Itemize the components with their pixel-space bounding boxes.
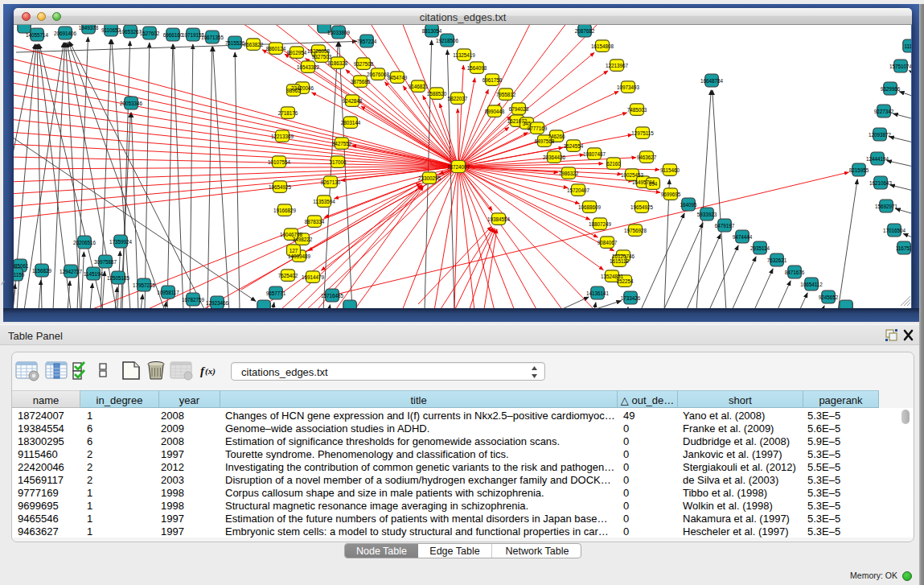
svg-text:10807487: 10807487: [583, 151, 606, 157]
svg-text:2803144: 2803144: [341, 120, 361, 126]
svg-text:10653267: 10653267: [119, 29, 142, 35]
svg-text:1112: 1112: [904, 43, 911, 49]
svg-text:2935114: 2935114: [750, 245, 770, 251]
svg-text:11353594: 11353594: [313, 199, 335, 204]
svg-text:11325419: 11325419: [453, 52, 475, 58]
svg-text:3498222: 3498222: [293, 237, 313, 242]
svg-text:1156829: 1156829: [32, 268, 52, 274]
svg-text:694: 694: [649, 181, 658, 187]
svg-text:1615112: 1615112: [610, 258, 630, 264]
svg-text:9777169: 9777169: [528, 126, 548, 131]
svg-text:10654112: 10654112: [800, 282, 823, 287]
svg-text:6479197: 6479197: [715, 223, 735, 229]
svg-text:7857224: 7857224: [357, 39, 377, 44]
svg-text:7986322: 7986322: [559, 171, 579, 176]
svg-text:3875685: 3875685: [351, 79, 371, 84]
svg-text:18724007: 18724007: [447, 164, 470, 170]
svg-text:15716485: 15716485: [321, 293, 344, 299]
svg-text:8878334: 8878334: [305, 219, 325, 225]
svg-text:16914479: 16914479: [302, 274, 325, 280]
svg-text:7485003: 7485003: [627, 107, 647, 113]
svg-text:127: 127: [290, 248, 298, 253]
svg-text:12505185: 12505185: [107, 275, 130, 281]
svg-text:15751074: 15751074: [889, 64, 911, 69]
svg-text:5933923: 5933923: [697, 212, 717, 217]
svg-text:6497568: 6497568: [535, 138, 555, 144]
svg-text:9227342: 9227342: [874, 109, 894, 114]
svg-text:391159: 391159: [14, 272, 25, 278]
svg-text:9146821: 9146821: [409, 84, 429, 89]
svg-text:10958117: 10958117: [157, 290, 179, 295]
svg-text:9657771: 9657771: [266, 290, 286, 296]
svg-text:3624554: 3624554: [564, 143, 584, 149]
svg-text:16543382: 16543382: [297, 64, 320, 70]
svg-text:8427552: 8427552: [332, 141, 352, 146]
svg-text:15720407: 15720407: [567, 187, 590, 193]
svg-text:9115460: 9115460: [660, 167, 680, 173]
svg-text:7632621: 7632621: [767, 257, 787, 263]
svg-text:9699695: 9699695: [661, 192, 681, 197]
svg-text:7625402: 7625402: [278, 273, 298, 278]
svg-text:18807249: 18807249: [589, 221, 612, 227]
svg-text:7663822: 7663822: [244, 42, 264, 47]
svg-text:14055714: 14055714: [26, 32, 49, 38]
svg-text:15226058: 15226058: [307, 48, 331, 54]
svg-text:8471676: 8471676: [785, 270, 805, 275]
svg-text:164095: 164095: [680, 202, 697, 208]
svg-text:9463627: 9463627: [637, 154, 657, 160]
svg-text:9327508: 9327508: [354, 61, 374, 67]
svg-text:62160: 62160: [606, 161, 621, 167]
svg-text:9110653: 9110653: [101, 27, 121, 33]
svg-text:5822037: 5822037: [448, 96, 468, 101]
svg-text:7515526: 7515526: [225, 40, 245, 46]
svg-text:1588520: 1588520: [427, 91, 447, 97]
svg-text:17957225: 17957225: [133, 282, 156, 288]
svg-text:12444194: 12444194: [866, 156, 889, 162]
svg-text:10688609: 10688609: [578, 204, 602, 210]
svg-text:8454749: 8454749: [388, 75, 408, 80]
svg-text:20053346: 20053346: [120, 101, 143, 106]
svg-text:19756928: 19756928: [624, 228, 647, 233]
svg-text:19654925: 19654925: [630, 204, 654, 210]
svg-text:(x): (x): [205, 366, 216, 377]
svg-text:317006: 317006: [329, 159, 347, 165]
svg-text:20691406: 20691406: [54, 31, 77, 36]
svg-text:19384554: 19384554: [487, 216, 511, 222]
svg-text:9474444: 9474444: [733, 234, 753, 240]
svg-text:1733426: 1733426: [621, 295, 641, 301]
svg-text:116753: 116753: [896, 245, 911, 251]
svg-text:1949378: 1949378: [79, 25, 99, 31]
svg-text:14099489: 14099489: [288, 253, 311, 259]
svg-text:20676068: 20676068: [367, 72, 390, 77]
svg-text:9329966: 9329966: [881, 86, 901, 92]
svg-text:14136141: 14136141: [586, 290, 610, 296]
svg-text:8912954: 8912954: [287, 50, 307, 56]
svg-text:9242848: 9242848: [343, 98, 363, 104]
svg-text:16648784: 16648784: [700, 78, 724, 84]
svg-text:7955812: 7955812: [496, 92, 516, 97]
svg-text:2718176: 2718176: [278, 110, 298, 116]
svg-text:19166829: 19166829: [273, 208, 297, 213]
svg-text:8186328: 8186328: [328, 60, 348, 66]
svg-text:10046798: 10046798: [280, 232, 303, 237]
svg-text:9245652: 9245652: [819, 295, 839, 300]
svg-text:6961758: 6961758: [483, 77, 503, 83]
svg-text:98965: 98965: [286, 88, 301, 93]
svg-text:19654925: 19654925: [269, 184, 292, 190]
svg-text:6966160: 6966160: [163, 32, 183, 38]
svg-text:8813054: 8813054: [422, 28, 442, 34]
svg-text:20206516: 20206516: [73, 240, 97, 245]
svg-text:2087682: 2087682: [575, 28, 595, 34]
svg-text:19218506: 19218506: [436, 38, 459, 43]
svg-text:6794028: 6794028: [509, 106, 529, 112]
svg-text:8990448: 8990448: [485, 109, 505, 114]
svg-text:12213369: 12213369: [271, 134, 294, 139]
svg-text:15692971: 15692971: [875, 204, 898, 209]
svg-text:12923466: 12923466: [206, 300, 229, 306]
svg-text:985061: 985061: [14, 263, 29, 269]
svg-text:16210643: 16210643: [869, 180, 893, 186]
svg-text:9084067: 9084067: [598, 240, 618, 245]
svg-text:23300295: 23300295: [418, 175, 441, 181]
svg-text:10025453: 10025453: [621, 172, 644, 178]
svg-text:8215955: 8215955: [849, 167, 869, 173]
